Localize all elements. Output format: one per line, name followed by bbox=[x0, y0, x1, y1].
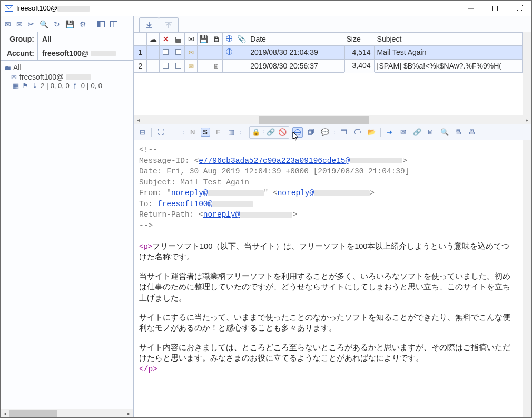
checkbox-icon[interactable] bbox=[163, 63, 169, 69]
table-row[interactable]: 2 ✉ 🗎 2019/08/30 20:56:37 3,404 [S bbox=[134, 59, 523, 72]
copy-icon[interactable]: 🗐 bbox=[306, 127, 317, 138]
col-flag-icon[interactable]: ▤ bbox=[172, 33, 185, 46]
page-icon[interactable]: 🗎 bbox=[426, 127, 436, 138]
n-filter[interactable]: N bbox=[188, 128, 198, 136]
message-list: ☁ ✕ ▤ ✉ 💾 🗎 📎 Date Size Subject bbox=[134, 32, 531, 124]
from-link[interactable]: noreply@ bbox=[171, 189, 264, 197]
col-delete-icon[interactable]: ✕ bbox=[160, 33, 172, 46]
body-para-4: サイト内容におきましては、ところどころ至らないところがあるかと思いますが、その際… bbox=[139, 342, 515, 364]
list-v-scrollbar[interactable] bbox=[523, 32, 531, 115]
flag-icon: ⚑ bbox=[22, 82, 29, 90]
expand-icon[interactable]: ⛶ bbox=[155, 127, 166, 138]
print-icon[interactable]: 🖶 bbox=[453, 127, 464, 138]
new-mail-icon[interactable]: ✉ bbox=[5, 21, 11, 28]
checkbox-icon[interactable] bbox=[175, 49, 181, 55]
tree-account[interactable]: ✉freesoft100@ bbox=[3, 72, 133, 82]
window-icon[interactable]: 🗔 bbox=[339, 127, 349, 138]
message-id-link[interactable]: e7796cb3ada527c90a223a09196cde15@ bbox=[199, 157, 402, 165]
col-date[interactable]: Date bbox=[248, 33, 344, 46]
col-size[interactable]: Size bbox=[344, 33, 375, 46]
return-path-link[interactable]: noreply@ bbox=[203, 210, 293, 219]
scroll-left-icon[interactable]: ◂ bbox=[134, 117, 143, 123]
globe-button[interactable] bbox=[292, 127, 303, 138]
col-cloud-icon[interactable]: ☁ bbox=[147, 33, 160, 46]
minimize-button[interactable] bbox=[459, 1, 483, 16]
view-v-scrollbar[interactable] bbox=[523, 140, 531, 417]
tree-root[interactable]: 🖿All bbox=[3, 63, 133, 72]
download-tab[interactable] bbox=[139, 17, 159, 32]
layout-icon[interactable]: ▥ bbox=[226, 127, 237, 138]
account-value[interactable]: freesoft100@ bbox=[38, 46, 133, 60]
maximize-button[interactable] bbox=[483, 1, 507, 16]
from-line: From: "noreply@" <noreply@> bbox=[139, 188, 515, 199]
col-doc-icon[interactable]: 🗎 bbox=[210, 33, 223, 46]
left-h-scrollbar[interactable]: ◂ ▸ bbox=[1, 409, 133, 417]
upload-icon: ⭱ bbox=[72, 82, 79, 90]
col-attach-icon[interactable]: 📎 bbox=[235, 33, 248, 46]
row-size: 3,404 bbox=[344, 59, 375, 72]
col-globe-icon[interactable] bbox=[223, 33, 235, 46]
account-label: Accunt: bbox=[1, 46, 38, 60]
inbox-icon: ▦ bbox=[12, 82, 19, 90]
date-line: Date: Fri, 30 Aug 2019 12:04:39 +0000 [2… bbox=[139, 166, 515, 177]
close-button[interactable] bbox=[507, 1, 531, 16]
col-save-icon[interactable]: 💾 bbox=[198, 33, 210, 46]
upload-tab[interactable] bbox=[159, 17, 179, 32]
right-pane: ☁ ✕ ▤ ✉ 💾 🗎 📎 Date Size Subject bbox=[134, 16, 531, 417]
app-icon bbox=[5, 5, 13, 12]
subject-line: Subject: Mail Test Again bbox=[139, 177, 515, 188]
globe-icon bbox=[226, 48, 232, 55]
save-icon[interactable]: 💾 bbox=[65, 21, 74, 28]
cut-icon[interactable]: ✂ bbox=[28, 21, 34, 28]
folder-tree[interactable]: 🖿All ✉freesoft100@ ▦ ⚑ ⭳ 2| 0, 0, 0 ⭱ 0|… bbox=[1, 61, 133, 409]
layout2-icon[interactable] bbox=[110, 21, 117, 27]
col-envelope-icon[interactable]: ✉ bbox=[185, 33, 198, 46]
p-close-tag: </p> bbox=[139, 364, 515, 375]
gear-icon[interactable]: ⚙ bbox=[80, 21, 86, 28]
forward-icon[interactable]: ➜ bbox=[385, 127, 395, 138]
chain-icon[interactable]: 🔗 bbox=[412, 127, 422, 138]
s-filter[interactable]: S bbox=[201, 128, 210, 137]
lock-icon[interactable]: 🔒 bbox=[251, 127, 261, 138]
scroll-left-icon[interactable]: ◂ bbox=[1, 409, 9, 418]
scroll-right-icon[interactable]: ▸ bbox=[124, 409, 133, 418]
refresh-icon[interactable]: ↻ bbox=[54, 21, 60, 28]
window-controls bbox=[459, 1, 531, 16]
find-icon[interactable]: 🔍 bbox=[439, 127, 450, 138]
row-date: 2019/08/30 21:04:39 bbox=[248, 46, 344, 60]
list-icon[interactable]: ≣ bbox=[169, 127, 180, 138]
from-link-2[interactable]: noreply@ bbox=[278, 189, 370, 197]
layout1-icon[interactable] bbox=[97, 21, 105, 27]
collapse-icon[interactable]: ⊟ bbox=[137, 127, 147, 138]
monitor-icon[interactable]: 🖵 bbox=[352, 127, 363, 138]
reply-icon[interactable]: ✉ bbox=[398, 127, 409, 138]
table-row[interactable]: 1 ✉ 2019/08/30 21:04:39 4,514 Mail bbox=[134, 46, 523, 60]
link-icon[interactable]: 🔗 bbox=[265, 127, 276, 138]
print2-icon[interactable]: 🖶 bbox=[467, 127, 477, 138]
title-bar: freesoft100@ bbox=[1, 1, 531, 16]
f-filter[interactable]: F bbox=[213, 128, 223, 136]
message-table[interactable]: ☁ ✕ ▤ ✉ 💾 🗎 📎 Date Size Subject bbox=[134, 32, 523, 73]
to-link[interactable]: freesoft100@ bbox=[157, 200, 253, 208]
tree-stats: ▦ ⚑ ⭳ 2| 0, 0, 0 ⭱ 0| 0, 0 bbox=[3, 82, 133, 90]
row-subject: [SPAM] $B%a!<%k$NAw?.%F%9%H( bbox=[375, 59, 522, 72]
scroll-right-icon[interactable]: ▸ bbox=[523, 117, 531, 123]
envelope-icon: ✉ bbox=[189, 63, 194, 70]
group-value[interactable]: All bbox=[38, 32, 133, 46]
list-h-scrollbar[interactable]: ◂ ▸ bbox=[134, 115, 531, 124]
col-subject[interactable]: Subject bbox=[375, 33, 522, 46]
table-header[interactable]: ☁ ✕ ▤ ✉ 💾 🗎 📎 Date Size Subject bbox=[134, 33, 523, 46]
window-title: freesoft100@ bbox=[16, 4, 90, 12]
chat-icon[interactable]: 💬 bbox=[320, 127, 330, 138]
checkbox-icon[interactable] bbox=[163, 49, 169, 55]
checkbox-icon[interactable] bbox=[175, 63, 181, 69]
block-icon[interactable]: 🚫 bbox=[277, 127, 288, 138]
open-icon[interactable]: 📂 bbox=[366, 127, 377, 138]
message-view[interactable]: <!-- Message-ID: <e7796cb3ada527c90a223a… bbox=[134, 140, 523, 417]
send-receive-icon[interactable]: ✉ bbox=[16, 21, 23, 28]
comment-open: <!-- bbox=[139, 144, 515, 155]
right-toolbar bbox=[134, 16, 531, 32]
search-icon[interactable]: 🔍 bbox=[40, 21, 48, 28]
body-para-3: サイトにするに当たって、いままで使ったことのなかったソフトを知ることができたり、… bbox=[139, 312, 515, 334]
row-index: 1 bbox=[134, 46, 147, 60]
